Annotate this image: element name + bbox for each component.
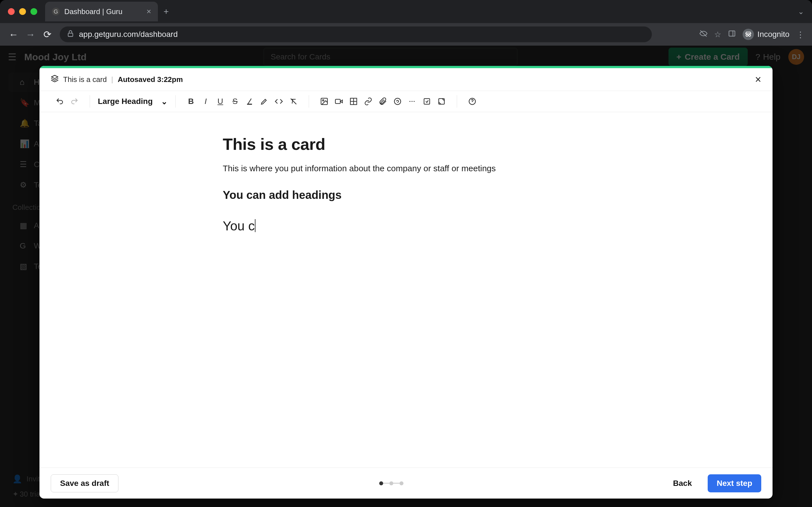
browser-window: G Dashboard | Guru × + ⌄ ← → ⟳ app.getgu… [0,0,812,507]
clear-format-button[interactable] [287,95,300,108]
svg-rect-0 [68,33,73,37]
next-step-label: Next step [717,479,752,488]
fullscreen-window-icon[interactable] [31,8,37,15]
incognito-chip[interactable]: Incognito [743,29,790,40]
highlight-button[interactable] [257,95,271,108]
guru-card-button[interactable] [391,95,404,108]
close-modal-button[interactable]: × [755,73,761,86]
table-button[interactable] [347,95,360,108]
card-title[interactable]: This is a card [223,135,589,154]
modal-header: This is a card | Autosaved 3:22pm × [40,68,772,91]
layers-icon [51,75,59,84]
divider-button[interactable] [405,95,419,108]
reload-button[interactable]: ⟳ [41,29,54,40]
underline-button[interactable]: U [213,95,227,108]
back-button[interactable]: ← [7,29,20,40]
step-dot-3 [400,482,403,485]
star-icon[interactable]: ☆ [714,30,721,39]
block-button[interactable] [420,95,434,108]
incognito-icon [743,29,754,40]
minimize-window-icon[interactable] [19,8,26,15]
image-button[interactable] [317,95,331,108]
save-draft-label: Save as draft [60,479,109,488]
step-line [393,483,400,484]
app-viewport: ☰ Mood Joy Ltd Search for Cards + Create… [0,46,812,507]
step-line [383,483,389,484]
svg-marker-6 [51,75,58,78]
toolbar-help-button[interactable] [465,95,479,108]
attachment-button[interactable] [376,95,390,108]
card-editing-line[interactable]: You c [223,218,255,233]
card-editor-modal: This is a card | Autosaved 3:22pm × Larg… [40,66,772,499]
autosaved-label: Autosaved 3:22pm [117,75,183,84]
breadcrumb-card-title[interactable]: This is a card [63,75,107,84]
svg-rect-2 [729,31,735,36]
breadcrumb: This is a card | Autosaved 3:22pm [51,75,183,84]
bold-button[interactable]: B [184,95,198,108]
svg-point-14 [395,98,401,105]
svg-rect-9 [336,100,341,104]
card-heading-2[interactable]: You can add headings [223,189,589,202]
document[interactable]: This is a card This is where you put inf… [223,135,589,233]
text-style-value: Large Heading [98,97,153,106]
browser-menu-icon[interactable]: ⋮ [796,30,805,40]
step-dot-2 [389,482,393,485]
tab-favicon-icon: G [52,8,60,15]
panel-icon[interactable] [728,30,736,40]
chevron-down-icon[interactable]: ⌄ [798,7,804,16]
breadcrumb-divider: | [111,75,113,84]
code-button[interactable] [272,95,286,108]
step-indicator [379,482,403,485]
redo-button[interactable] [68,95,81,108]
close-window-icon[interactable] [8,8,15,15]
text-style-dropdown[interactable]: Large Heading ⌄ [94,95,171,108]
browser-tab[interactable]: G Dashboard | Guru × [45,2,158,21]
eye-off-icon[interactable] [700,30,707,40]
next-step-button[interactable]: Next step [708,474,761,492]
link-button[interactable] [361,95,375,108]
undo-button[interactable] [53,95,66,108]
incognito-label: Incognito [757,30,790,39]
chrome-toolbar: ← → ⟳ app.getguru.com/dashboard ☆ Incogn… [0,23,812,46]
editor-body[interactable]: This is a card This is where you put inf… [40,112,772,467]
back-label: Back [673,479,692,488]
svg-rect-16 [424,99,430,104]
save-draft-button[interactable]: Save as draft [51,474,118,492]
chevron-down-icon: ⌄ [161,97,167,106]
italic-button[interactable]: I [199,95,212,108]
tab-title: Dashboard | Guru [64,7,122,16]
iframe-button[interactable] [435,95,448,108]
close-tab-icon[interactable]: × [147,7,151,16]
modal-footer: Save as draft Back Next step [40,467,772,499]
url-text: app.getguru.com/dashboard [79,30,177,39]
video-button[interactable] [332,95,346,108]
chrome-actions: ☆ Incognito ⋮ [700,29,805,40]
new-tab-button[interactable]: + [163,6,169,17]
card-paragraph[interactable]: This is where you put information about … [223,162,589,175]
modal-accent-bar [40,66,772,68]
editor-toolbar: Large Heading ⌄ B I U S [40,91,772,112]
address-bar[interactable]: app.getguru.com/dashboard [60,26,652,42]
text-caret [255,219,255,232]
window-controls [8,8,37,15]
strikethrough-button[interactable]: S [228,95,242,108]
svg-point-8 [322,100,324,101]
text-color-button[interactable] [243,95,256,108]
chrome-tab-strip: G Dashboard | Guru × + ⌄ [0,0,812,23]
back-button[interactable]: Back [664,474,701,492]
step-dot-1 [379,482,383,485]
forward-button[interactable]: → [24,29,37,40]
lock-icon [66,30,74,39]
